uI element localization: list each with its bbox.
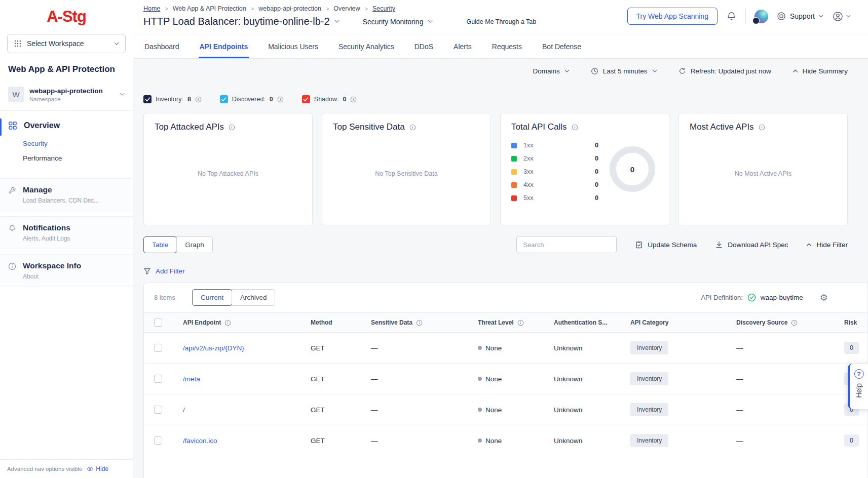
search-input[interactable] bbox=[516, 236, 617, 253]
view-toggle-table[interactable]: Table bbox=[144, 237, 176, 253]
checkbox-checked-icon[interactable] bbox=[220, 95, 228, 103]
row-checkbox[interactable] bbox=[154, 406, 162, 414]
table-view-archived[interactable]: Archived bbox=[232, 290, 275, 305]
try-web-app-scanning-button[interactable]: Try Web App Scanning bbox=[627, 8, 718, 25]
sidebar-item-workspace-info[interactable]: Workspace Info About bbox=[0, 254, 133, 287]
hide-advanced-nav-link[interactable]: Hide bbox=[87, 465, 108, 472]
legend-value: 0 bbox=[595, 194, 598, 202]
endpoint-link[interactable]: / bbox=[183, 406, 185, 414]
row-checkbox[interactable] bbox=[154, 375, 162, 383]
legend-value: 0 bbox=[595, 181, 598, 188]
table-toolbar: TableGraph Update Schema Download API Sp… bbox=[143, 236, 848, 253]
tab-requests[interactable]: Requests bbox=[491, 34, 523, 58]
sidebar-item-label: Manage bbox=[23, 185, 99, 194]
threat-level-cell: None bbox=[467, 344, 543, 352]
tab-malicious-users[interactable]: Malicious Users bbox=[267, 34, 319, 58]
sidebar-item-manage[interactable]: Manage Load Balancers, CDN Dist... bbox=[0, 178, 133, 211]
tab-ddos[interactable]: DDoS bbox=[413, 34, 434, 58]
add-filter-button[interactable]: Add Filter bbox=[143, 267, 848, 275]
tab-dashboard[interactable]: Dashboard bbox=[143, 34, 180, 58]
sidebar-item-overview[interactable]: Overview bbox=[0, 120, 133, 136]
advanced-nav-label: Advanced nav options visible bbox=[7, 466, 82, 472]
select-all-checkbox[interactable] bbox=[154, 318, 162, 327]
refresh-button[interactable]: Refresh: Updated just now bbox=[678, 67, 771, 75]
column-header-discovery-source[interactable]: Discovery Source bbox=[726, 319, 834, 326]
breadcrumb-separator-icon: > bbox=[326, 6, 329, 12]
endpoint-link[interactable]: /favicon.ico bbox=[183, 437, 217, 445]
endpoint-link[interactable]: /meta bbox=[183, 375, 200, 383]
domains-dropdown[interactable]: Domains bbox=[533, 67, 570, 75]
column-header-sensitive-data[interactable]: Sensitive Data bbox=[360, 319, 467, 326]
tab-bot-defense[interactable]: Bot Defense bbox=[541, 34, 582, 58]
summary-filter-shadow[interactable]: Shadow:0 bbox=[302, 95, 357, 103]
update-schema-button[interactable]: Update Schema bbox=[635, 241, 697, 249]
checkbox-checked-icon[interactable] bbox=[302, 95, 310, 103]
sensitive-data-cell: — bbox=[360, 406, 467, 414]
page-title-dropdown[interactable]: HTTP Load Balancer: buytime-online-lb-2 bbox=[143, 16, 339, 27]
info-icon bbox=[277, 96, 284, 103]
column-header-threat-level[interactable]: Threat Level bbox=[467, 319, 543, 326]
time-range-dropdown[interactable]: Last 5 minutes bbox=[591, 67, 657, 75]
sidebar-item-security[interactable]: Security bbox=[0, 136, 133, 151]
breadcrumb-item-security[interactable]: Security bbox=[372, 5, 395, 12]
threat-level-cell: None bbox=[467, 437, 543, 445]
filter-count: 0 bbox=[270, 96, 273, 103]
column-header-risk[interactable]: Risk bbox=[834, 319, 868, 326]
support-menu[interactable]: Support bbox=[777, 12, 823, 21]
legend-swatch bbox=[511, 195, 517, 201]
breadcrumb-item-home[interactable]: Home bbox=[143, 5, 160, 12]
guide-me-link[interactable]: Guide Me Through a Tab bbox=[466, 18, 536, 25]
sidebar-item-label: Overview bbox=[24, 121, 60, 130]
hide-summary-toggle[interactable]: Hide Summary bbox=[792, 67, 848, 75]
sidebar: A-Stg Select Workspace Web App & API Pro… bbox=[0, 0, 133, 478]
breadcrumb-item-webapp-api-protection[interactable]: webapp-api-protection bbox=[258, 5, 321, 12]
row-checkbox[interactable] bbox=[154, 436, 162, 445]
hide-filter-toggle[interactable]: Hide Filter bbox=[806, 241, 848, 249]
monitoring-dropdown[interactable]: Security Monitoring bbox=[363, 18, 433, 26]
summary-filter-inventory[interactable]: Inventory:8 bbox=[143, 95, 202, 103]
workspace-selector[interactable]: Select Workspace bbox=[7, 34, 126, 53]
sidebar-item-notifications[interactable]: Notifications Alerts, Audit Logs bbox=[0, 216, 133, 249]
breadcrumb-item-overview[interactable]: Overview bbox=[333, 5, 360, 12]
legend-label: 2xx bbox=[523, 155, 533, 162]
api-definition-link[interactable]: waap-buytime bbox=[761, 294, 803, 301]
chevron-up-icon bbox=[806, 243, 812, 247]
empty-state-text: No Top Sensitive Data bbox=[322, 170, 490, 177]
bell-icon[interactable] bbox=[726, 11, 737, 22]
account-menu[interactable] bbox=[832, 11, 851, 22]
summary-filter-discovered[interactable]: Discovered:0 bbox=[220, 95, 284, 103]
checkbox-checked-icon[interactable] bbox=[143, 95, 152, 103]
main-area: Home>Web App & API Protection>webapp-api… bbox=[133, 0, 868, 478]
discovery-source-cell: — bbox=[726, 344, 834, 352]
risk-score-chip: 0 bbox=[844, 434, 859, 447]
column-header-api-endpoint[interactable]: API Endpoint bbox=[172, 319, 300, 326]
api-category-cell: Inventory bbox=[620, 372, 726, 385]
chevron-down-icon bbox=[114, 42, 119, 46]
sidebar-item-performance[interactable]: Performance bbox=[0, 151, 133, 171]
category-chip: Inventory bbox=[630, 434, 668, 447]
gear-icon[interactable]: ⚙ bbox=[820, 293, 828, 302]
row-checkbox[interactable] bbox=[154, 344, 162, 352]
download-api-spec-button[interactable]: Download API Spec bbox=[715, 241, 788, 249]
product-title: Web App & API Protection bbox=[0, 63, 133, 84]
table-view-current[interactable]: Current bbox=[193, 290, 232, 305]
namespace-selector[interactable]: W webapp-api-protection Namespace bbox=[0, 84, 133, 111]
legend-item-4xx: 4xx 0 bbox=[511, 181, 598, 188]
grid-icon bbox=[8, 121, 17, 130]
tab-alerts[interactable]: Alerts bbox=[452, 34, 473, 58]
tab-security-analytics[interactable]: Security Analytics bbox=[337, 34, 395, 58]
tab-api-endpoints[interactable]: API Endpoints bbox=[199, 34, 249, 58]
download-icon bbox=[715, 241, 723, 249]
chevron-down-icon bbox=[819, 15, 823, 18]
column-header-method[interactable]: Method bbox=[300, 319, 360, 326]
chevron-up-icon bbox=[792, 69, 798, 73]
view-toggle-graph[interactable]: Graph bbox=[176, 237, 212, 253]
chevron-down-icon bbox=[428, 20, 433, 23]
help-tab[interactable]: ? Help bbox=[848, 364, 868, 409]
avatar[interactable] bbox=[754, 10, 768, 23]
breadcrumb-item-web-app-api-protection[interactable]: Web App & API Protection bbox=[173, 5, 246, 12]
endpoint-link[interactable]: /api/v2/us-zip/{DYN} bbox=[183, 344, 244, 352]
card-title: Total API Calls bbox=[511, 122, 567, 132]
column-header-api-category[interactable]: API Category bbox=[620, 319, 726, 326]
column-header-authentication-s[interactable]: Authentication S... bbox=[543, 319, 620, 326]
